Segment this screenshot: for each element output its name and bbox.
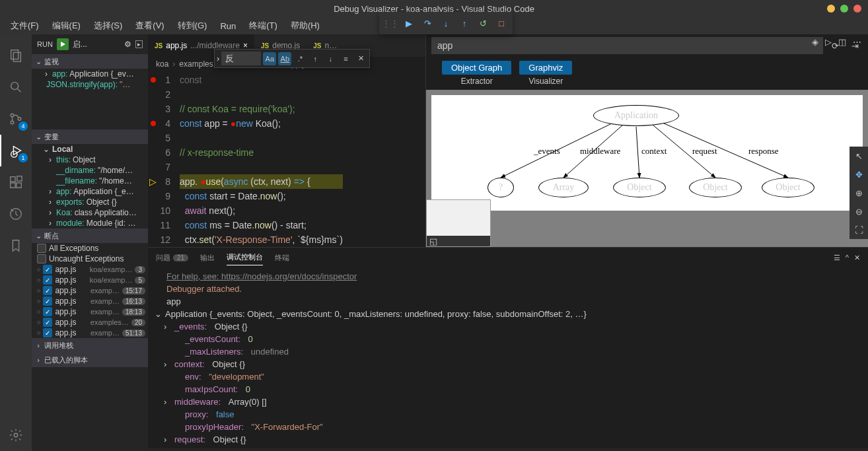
restart-button[interactable]: ↺	[474, 15, 491, 32]
visualizer-input[interactable]	[431, 37, 823, 54]
chevron-right-icon[interactable]: ›	[217, 53, 219, 63]
fit-icon[interactable]: ⛶	[850, 221, 868, 239]
match-word-button[interactable]: Ab	[278, 52, 291, 65]
graph-area[interactable]: Application _events middleware context r…	[426, 90, 868, 247]
gear-icon[interactable]: ⚙	[124, 40, 131, 49]
menu-goto[interactable]: 转到(G)	[172, 18, 213, 33]
split-icon[interactable]: ◫	[838, 37, 846, 47]
breakpoint-item[interactable]: ○✓app.jskoa/examp…3	[32, 264, 148, 275]
scm-icon[interactable]: 4	[0, 103, 32, 135]
more-icon[interactable]: ⋯	[853, 37, 861, 47]
visualizer-button[interactable]: Graphviz	[519, 61, 572, 75]
config-name[interactable]: 启...	[73, 39, 120, 50]
graph-node[interactable]: Array	[538, 178, 589, 197]
editor-body[interactable]: 1 2 3 4 5 6 7 ▷8 9 10 11 12 const	[148, 71, 425, 247]
collapse-icon[interactable]: ^	[846, 254, 849, 262]
breakpoint-item[interactable]: ○✓app.jsexamp…16:13	[32, 296, 148, 306]
watch-item[interactable]: JSON.stringify(app): "…	[32, 79, 148, 90]
graph-node[interactable]: Object	[762, 178, 814, 197]
graph-node[interactable]: Object	[613, 178, 666, 197]
regex-button[interactable]: .*	[293, 52, 307, 65]
run-file-icon[interactable]: ▷	[825, 37, 832, 47]
tab-debug-console[interactable]: 调试控制台	[227, 250, 263, 265]
local-var[interactable]: __filename: "/home…	[32, 176, 148, 186]
tab-problems[interactable]: 问题21	[156, 250, 188, 265]
svg-point-4	[11, 114, 14, 117]
menu-select[interactable]: 选择(S)	[89, 18, 127, 33]
find-selection-button[interactable]: ≡	[339, 52, 352, 65]
watch-section[interactable]: ⌄监视	[32, 54, 148, 69]
scope-local[interactable]: ⌄Local	[32, 144, 148, 155]
breakpoint-item[interactable]: ○✓app.jsexamp…18:13	[32, 306, 148, 317]
search-icon[interactable]	[0, 71, 32, 103]
watch-item[interactable]: ›app: Application {_ev…	[32, 69, 148, 79]
close-panel-icon[interactable]: ✕	[854, 254, 860, 262]
callstack-section[interactable]: ›调用堆栈	[32, 338, 148, 353]
debug-console[interactable]: For help, see: https://nodejs.org/en/doc…	[148, 267, 868, 448]
close-button[interactable]	[853, 5, 861, 13]
step-into-button[interactable]: ↓	[437, 15, 454, 32]
menu-terminal[interactable]: 终端(T)	[244, 18, 283, 33]
drag-handle-icon[interactable]: ⋮⋮	[382, 15, 399, 32]
menu-edit[interactable]: 编辑(E)	[47, 18, 86, 33]
variables-section[interactable]: ⌄变量	[32, 129, 148, 144]
local-var[interactable]: ›this: Object	[32, 155, 148, 165]
debug-console-icon[interactable]: ▸	[135, 40, 143, 48]
step-over-button[interactable]: ↷	[419, 15, 436, 32]
menu-help[interactable]: 帮助(H)	[285, 18, 325, 33]
bp-uncaught[interactable]: Uncaught Exceptions	[32, 254, 148, 264]
pointer-icon[interactable]: ↖	[850, 147, 868, 165]
start-debug-button[interactable]	[57, 38, 69, 50]
minimap-corner-icon[interactable]: ◱	[429, 236, 437, 246]
extensions-icon[interactable]	[0, 166, 32, 198]
breakpoint-item[interactable]: ○✓app.jsexamples…20	[32, 317, 148, 328]
zoom-out-icon[interactable]: ⊖	[850, 202, 868, 221]
code-area[interactable]: const // const Koa = require('koa'); con…	[180, 71, 343, 247]
debug-icon[interactable]: 1	[0, 135, 32, 166]
next-match-button[interactable]: ↓	[324, 52, 337, 65]
breakpoints-section[interactable]: ⌄断点	[32, 228, 148, 243]
local-var[interactable]: ›module: Module {id: …	[32, 218, 148, 228]
step-out-button[interactable]: ↑	[456, 15, 473, 32]
local-var[interactable]: __dirname: "/home/…	[32, 165, 148, 176]
bp-all-exceptions[interactable]: All Exceptions	[32, 243, 148, 254]
explorer-icon[interactable]	[0, 40, 32, 71]
breakpoint-item[interactable]: ○✓app.jsexamp…15:17	[32, 285, 148, 296]
extractor-button[interactable]: Object Graph	[442, 61, 511, 75]
minimize-button[interactable]	[827, 5, 835, 13]
debug-toolbar[interactable]: ⋮⋮ ▶ ↷ ↓ ↑ ↺ □	[379, 12, 513, 34]
filter-icon[interactable]: ☰	[834, 254, 840, 262]
move-icon[interactable]: ✥	[850, 165, 868, 184]
menu-view[interactable]: 查看(V)	[130, 18, 169, 33]
find-input[interactable]	[221, 52, 261, 65]
graph-canvas[interactable]: Application _events middleware context r…	[431, 95, 863, 211]
graph-node[interactable]: ?	[488, 178, 514, 197]
tab-terminal[interactable]: 终端	[275, 250, 289, 265]
graph-node[interactable]: Object	[689, 178, 742, 197]
bookmark-icon[interactable]	[0, 230, 32, 261]
tab-output[interactable]: 输出	[200, 250, 215, 265]
local-var[interactable]: ›Koa: class Applicatio…	[32, 207, 148, 218]
graph-minimap[interactable]: ◱	[426, 199, 491, 247]
menu-run[interactable]: Run	[215, 20, 241, 32]
breakpoint-item[interactable]: ○✓app.jsexamp…51:13	[32, 328, 148, 338]
close-find-button[interactable]: ✕	[354, 52, 367, 65]
settings-icon[interactable]	[0, 419, 32, 451]
match-case-button[interactable]: Aa	[263, 52, 276, 65]
zoom-in-icon[interactable]: ⊕	[850, 184, 868, 202]
compare-icon[interactable]: ◈	[812, 37, 818, 47]
continue-button[interactable]: ▶	[400, 15, 417, 32]
timeline-icon[interactable]	[0, 198, 32, 230]
menu-file[interactable]: 文件(F)	[5, 18, 44, 33]
maximize-button[interactable]	[840, 5, 848, 13]
local-var[interactable]: ›app: Application {_e…	[32, 186, 148, 197]
loaded-scripts-section[interactable]: ›已载入的脚本	[32, 353, 148, 367]
breakpoint-item[interactable]: ○✓app.jskoa/examp…5	[32, 275, 148, 285]
find-widget[interactable]: › Aa Ab .* ↑ ↓ ≡ ✕	[214, 49, 370, 68]
svg-line-3	[18, 89, 21, 92]
minimap[interactable]	[343, 71, 379, 247]
prev-match-button[interactable]: ↑	[308, 52, 322, 65]
node-root[interactable]: Application	[593, 105, 679, 126]
stop-button[interactable]: □	[493, 15, 510, 32]
local-var[interactable]: ›exports: Object {}	[32, 197, 148, 207]
